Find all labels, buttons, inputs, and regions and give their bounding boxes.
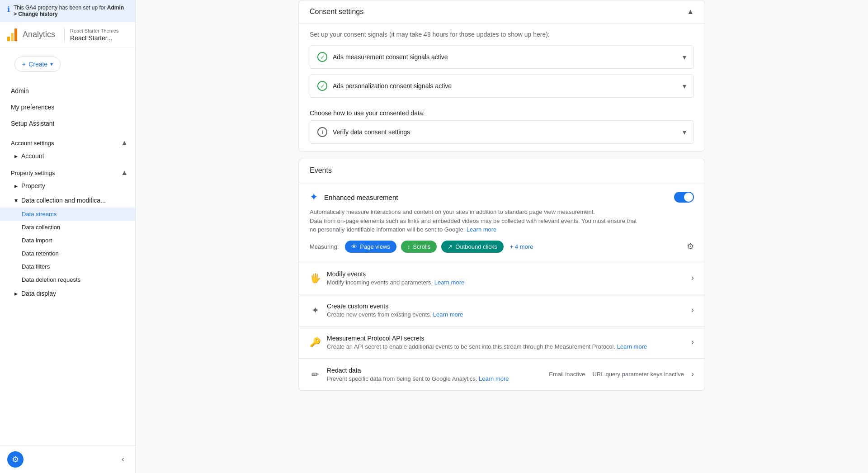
page-views-badge[interactable]: 👁 Page views xyxy=(345,241,396,253)
redact-data-desc: Prevent specific data from being sent to… xyxy=(327,375,509,382)
modify-events-right: › xyxy=(691,273,694,283)
logo-bar-2 xyxy=(11,33,14,41)
property-info: React Starter Themes React Starter... xyxy=(64,28,118,42)
consent-settings-collapse-icon[interactable]: ▲ xyxy=(687,8,694,16)
sidebar-item-data-filters[interactable]: Data filters xyxy=(0,260,135,273)
property-display-name: React Starter... xyxy=(70,34,118,42)
consent-settings-title: Consent settings xyxy=(310,8,363,16)
sidebar: ℹ This GA4 property has been set up for … xyxy=(0,0,136,473)
settings-button[interactable]: ⚙ xyxy=(7,451,24,468)
create-custom-events-right: › xyxy=(691,305,694,315)
ads-measurement-label: Ads measurement consent signals active xyxy=(333,53,448,61)
sidebar-item-account[interactable]: ▸ Account xyxy=(0,149,135,163)
em-learn-more-link[interactable]: Learn more xyxy=(467,226,496,233)
settings-icon: ⚙ xyxy=(12,454,19,464)
outbound-clicks-badge[interactable]: ↗ Outbound clicks xyxy=(441,241,504,253)
ads-personalization-chevron-icon[interactable]: ▾ xyxy=(683,82,686,90)
measurement-protocol-desc: Create an API secret to enable additiona… xyxy=(327,343,647,350)
check-circle-1: ✓ xyxy=(317,52,327,62)
property-settings-label: Property settings xyxy=(11,170,55,176)
collapse-icon: ‹ xyxy=(122,454,124,464)
data-filters-label: Data filters xyxy=(22,263,50,270)
measurement-protocol-left: 🔑 Measurement Protocol API secrets Creat… xyxy=(310,335,647,350)
verify-item[interactable]: i Verify data consent settings ▾ xyxy=(310,120,694,144)
info-icon-circle: i xyxy=(317,127,327,137)
verify-chevron-icon[interactable]: ▾ xyxy=(683,128,686,137)
sidebar-item-data-retention[interactable]: Data retention xyxy=(0,247,135,260)
consent-settings-card: Consent settings ▲ Set up your consent s… xyxy=(298,0,705,151)
sidebar-item-admin[interactable]: Admin xyxy=(0,83,135,99)
create-button[interactable]: + Create ▾ xyxy=(14,57,61,72)
measurement-protocol-learn-more[interactable]: Learn more xyxy=(617,343,647,350)
consent-item-ads-personalization[interactable]: ✓ Ads personalization consent signals ac… xyxy=(310,74,694,98)
create-custom-events-left: ✦ Create custom events Create new events… xyxy=(310,303,463,318)
outbound-clicks-icon: ↗ xyxy=(448,243,453,250)
sidebar-item-data-collection-sub[interactable]: Data collection xyxy=(0,221,135,234)
scrolls-badge[interactable]: ↕ Scrolls xyxy=(401,241,437,253)
more-badges-link[interactable]: + 4 more xyxy=(510,243,533,250)
modify-events-row[interactable]: 🖐 Modify events Modify incoming events a… xyxy=(299,262,705,294)
modify-events-info: Modify events Modify incoming events and… xyxy=(327,270,464,286)
create-button-wrapper: + Create ▾ xyxy=(0,47,135,81)
sidebar-item-data-display[interactable]: ▸ Data display xyxy=(0,286,135,301)
verify-item-left: i Verify data consent settings xyxy=(317,127,410,137)
ads-personalization-label: Ads personalization consent signals acti… xyxy=(333,82,452,90)
account-settings-section: Account settings ▲ ▸ Account xyxy=(0,133,135,163)
create-custom-events-info: Create custom events Create new events f… xyxy=(327,303,463,318)
redact-data-row[interactable]: ✏ Redact data Prevent specific data from… xyxy=(299,359,705,390)
redact-data-chevron-icon: › xyxy=(691,369,694,379)
plus-icon: + xyxy=(22,61,26,68)
redact-data-learn-more[interactable]: Learn more xyxy=(479,375,509,382)
ads-measurement-chevron-icon[interactable]: ▾ xyxy=(683,53,686,61)
modify-events-icon: 🖐 xyxy=(310,273,321,284)
sidebar-item-my-preferences[interactable]: My preferences xyxy=(0,99,135,115)
create-custom-events-learn-more[interactable]: Learn more xyxy=(433,311,463,318)
sidebar-item-data-deletion[interactable]: Data deletion requests xyxy=(0,273,135,286)
enhanced-measurement-icon: ✦ xyxy=(310,191,318,203)
nav-items: Admin My preferences Setup Assistant xyxy=(0,81,135,133)
choose-text: Choose how to use your consented data: xyxy=(310,103,694,120)
more-label: + 4 more xyxy=(510,243,533,250)
data-streams-label: Data streams xyxy=(22,211,57,218)
data-collection-sub-label: Data collection xyxy=(22,224,60,231)
create-custom-events-title: Create custom events xyxy=(327,303,463,310)
modify-events-learn-more[interactable]: Learn more xyxy=(434,279,464,286)
redact-data-title: Redact data xyxy=(327,367,509,374)
sidebar-bottom: ⚙ ‹ xyxy=(0,445,135,473)
page-views-label: Page views xyxy=(360,243,390,250)
data-retention-label: Data retention xyxy=(22,250,59,257)
property-settings-chevron-icon: ▲ xyxy=(121,169,128,177)
measurement-protocol-row[interactable]: 🔑 Measurement Protocol API secrets Creat… xyxy=(299,326,705,359)
top-banner: ℹ This GA4 property has been set up for … xyxy=(0,0,135,22)
account-settings-header[interactable]: Account settings ▲ xyxy=(0,133,135,149)
redact-data-left: ✏ Redact data Prevent specific data from… xyxy=(310,367,509,382)
create-custom-events-row[interactable]: ✦ Create custom events Create new events… xyxy=(299,294,705,326)
em-left: ✦ Enhanced measurement xyxy=(310,191,398,203)
collapse-button[interactable]: ‹ xyxy=(118,451,128,468)
sidebar-item-data-import[interactable]: Data import xyxy=(0,234,135,247)
redact-data-info: Redact data Prevent specific data from b… xyxy=(327,367,509,382)
enhanced-measurement-toggle[interactable]: ✓ xyxy=(674,192,694,203)
main-content: Consent settings ▲ Set up your consent s… xyxy=(136,0,868,473)
measurement-protocol-info: Measurement Protocol API secrets Create … xyxy=(327,335,647,350)
enhanced-measurement-row: ✦ Enhanced measurement ✓ Automatically m… xyxy=(299,182,705,262)
scrolls-icon: ↕ xyxy=(407,243,410,250)
sidebar-item-setup-assistant[interactable]: Setup Assistant xyxy=(0,115,135,132)
events-title: Events xyxy=(299,159,705,182)
sidebar-item-data-collection[interactable]: ▾ Data collection and modifica... xyxy=(0,193,135,208)
redact-data-right: Email inactive URL query parameter keys … xyxy=(549,369,694,379)
sidebar-item-property[interactable]: ▸ Property xyxy=(0,179,135,193)
consent-item-ads-measurement[interactable]: ✓ Ads measurement consent signals active… xyxy=(310,45,694,69)
data-collection-label: Data collection and modifica... xyxy=(21,197,106,204)
measurement-protocol-icon: 🔑 xyxy=(310,337,321,348)
modify-events-title: Modify events xyxy=(327,270,464,278)
measurement-protocol-title: Measurement Protocol API secrets xyxy=(327,335,647,342)
check-circle-2: ✓ xyxy=(317,81,327,91)
data-import-label: Data import xyxy=(22,237,52,244)
property-settings-header[interactable]: Property settings ▲ xyxy=(0,163,135,179)
measuring-settings-icon[interactable]: ⚙ xyxy=(687,241,694,251)
create-button-label: Create xyxy=(28,61,47,68)
sidebar-item-data-streams[interactable]: Data streams xyxy=(0,208,135,221)
em-top: ✦ Enhanced measurement ✓ xyxy=(310,191,694,203)
consent-item-left-2: ✓ Ads personalization consent signals ac… xyxy=(317,81,452,91)
